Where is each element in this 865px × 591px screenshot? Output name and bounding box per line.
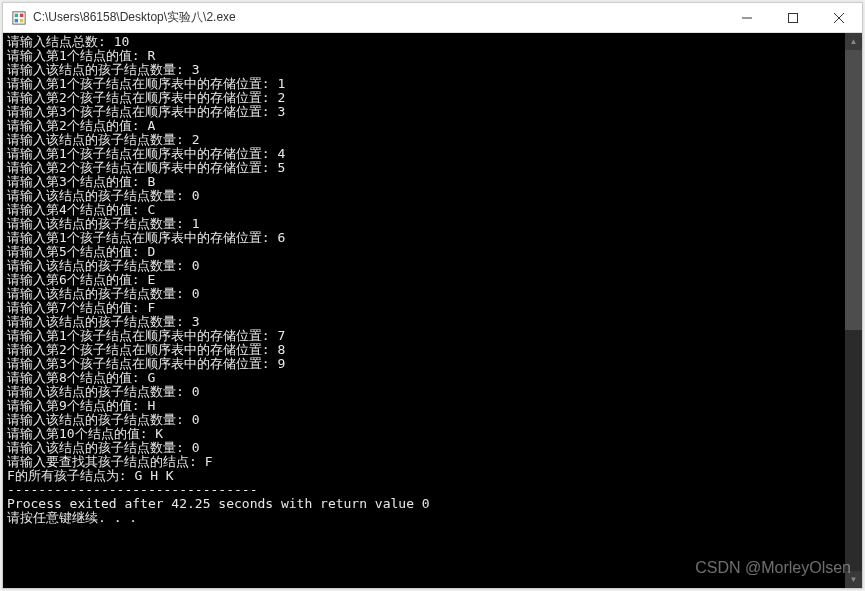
minimize-icon: [742, 13, 752, 23]
svg-rect-1: [15, 13, 19, 17]
scrollbar-up-arrow[interactable]: ▲: [845, 33, 862, 50]
svg-rect-4: [20, 18, 24, 22]
minimize-button[interactable]: [724, 3, 770, 32]
svg-rect-2: [20, 13, 24, 17]
window-title: C:\Users\86158\Desktop\实验八\2.exe: [33, 9, 724, 26]
maximize-icon: [788, 13, 798, 23]
close-button[interactable]: [816, 3, 862, 32]
console-output[interactable]: 请输入结点总数: 10 请输入第1个结点的值: R 请输入该结点的孩子结点数量:…: [3, 33, 862, 588]
maximize-button[interactable]: [770, 3, 816, 32]
scrollbar-down-arrow[interactable]: ▼: [845, 571, 862, 588]
vertical-scrollbar[interactable]: ▲ ▼: [845, 33, 862, 588]
app-icon: [11, 10, 27, 26]
titlebar: C:\Users\86158\Desktop\实验八\2.exe: [3, 3, 862, 33]
svg-rect-6: [789, 13, 798, 22]
console-area: 请输入结点总数: 10 请输入第1个结点的值: R 请输入该结点的孩子结点数量:…: [3, 33, 862, 588]
scrollbar-thumb[interactable]: [845, 50, 862, 330]
window-controls: [724, 3, 862, 32]
close-icon: [834, 13, 844, 23]
svg-rect-3: [15, 18, 19, 22]
application-window: C:\Users\86158\Desktop\实验八\2.exe 请输入结点总数: [2, 2, 863, 589]
